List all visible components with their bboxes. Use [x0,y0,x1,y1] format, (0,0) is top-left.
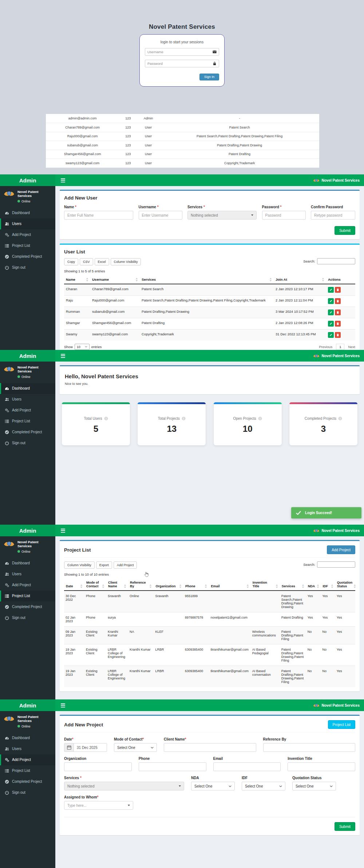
sidebar-item-completed-project[interactable]: Completed Project [0,251,55,262]
sidebar-item-dashboard[interactable]: Dashboard [0,558,55,569]
email-input[interactable] [213,762,281,771]
sidebar-item-add-project[interactable]: Add Project [0,754,55,765]
name-input[interactable] [64,211,133,220]
copy-button[interactable]: Copy [64,258,78,265]
col-header-services[interactable]: Services [280,579,306,591]
sidebar-item-project-list[interactable]: Project List [0,416,55,427]
project-row: 09 Jan 2023Existing ClientKranthi KumarN… [64,627,355,644]
password-input[interactable] [262,211,306,220]
client-name-input[interactable] [164,743,256,752]
delete-user-button[interactable] [335,309,341,315]
sidebar-item-sign-out[interactable]: Sign out [0,787,55,798]
sidebar-item-dashboard[interactable]: Dashboard [0,208,55,218]
col-header-services[interactable]: Services [140,275,274,284]
username-input[interactable] [147,50,210,54]
phone-input[interactable] [139,762,206,771]
submit-button[interactable]: Submit [335,226,355,235]
info-icon[interactable] [258,417,262,421]
sidebar-item-completed-project[interactable]: Completed Project [0,776,55,787]
sidebar-item-add-project[interactable]: Add Project [0,229,55,240]
sidebar-item-project-list[interactable]: Project List [0,240,55,251]
col-header-organization[interactable]: Organization [154,579,183,591]
edit-user-button[interactable] [328,332,334,338]
invention-title-input[interactable] [288,762,355,771]
col-header-phone[interactable]: Phone [183,579,209,591]
project-list-button[interactable]: Project List [328,720,355,729]
sidebar-item-add-project[interactable]: Add Project [0,580,55,591]
date-input[interactable] [74,743,107,751]
services-select[interactable]: Nothing selected [64,782,184,790]
col-header-nda[interactable]: NDA [306,579,321,591]
sidebar-item-users[interactable]: Users [0,743,55,754]
delete-user-button[interactable] [335,332,341,338]
sidebar-toggle-icon[interactable] [60,353,66,359]
sidebar-toggle-icon[interactable] [60,528,66,534]
delete-user-button[interactable] [335,287,341,293]
search-input[interactable] [317,561,355,568]
calendar-icon[interactable] [64,743,74,751]
col-header-reference-by[interactable]: Reference By [128,579,154,591]
sidebar-item-add-project[interactable]: Add Project [0,405,55,416]
add-project-toolbar-button[interactable]: Add Project [114,561,137,569]
info-icon[interactable] [338,417,342,421]
username-input[interactable] [139,211,182,220]
edit-user-button[interactable] [328,309,334,315]
sidebar-item-sign-out[interactable]: Sign out [0,262,55,273]
services-select[interactable]: Nothing selected [187,211,257,220]
edit-user-button[interactable] [328,321,334,327]
reference-by-input[interactable] [263,743,356,752]
col-header-date[interactable]: Date [64,579,84,591]
sidebar-item-sign-out[interactable]: Sign out [0,612,55,623]
csv-button[interactable]: CSV [80,258,93,265]
sidebar-item-completed-project[interactable]: Completed Project [0,601,55,612]
info-icon[interactable] [104,417,108,421]
mode-of-contact-select[interactable]: Select One [114,743,157,752]
submit-button[interactable]: Submit [335,822,355,831]
sidebar-item-completed-project[interactable]: Completed Project [0,427,55,438]
nda-select[interactable]: Select One [191,782,235,790]
col-header-client-name[interactable]: Client Name [106,579,128,591]
organization-input[interactable] [64,762,132,771]
sidebar-item-project-list[interactable]: Project List [0,591,55,601]
delete-user-button[interactable] [335,298,341,304]
col-header-invention-title[interactable]: Invention Title [251,579,280,591]
next-page-button[interactable]: Next [348,345,355,349]
col-header-name[interactable]: Name [64,275,90,284]
password-input[interactable] [147,62,210,66]
previous-page-button[interactable]: Previous [319,345,332,349]
confirm-password-input[interactable] [311,211,355,220]
cell-join-at: 31 Dec 2022 12:13:45 PM [274,330,326,341]
sidebar-item-users[interactable]: Users [0,218,55,229]
search-input[interactable] [317,258,355,264]
idf-select[interactable]: Select One [242,782,285,790]
edit-user-button[interactable] [328,287,334,293]
col-header-mode-of-contact[interactable]: Mode of Contact [84,579,106,591]
sidebar-item-project-list[interactable]: Project List [0,765,55,776]
add-project-button[interactable]: Add Project [327,545,355,554]
sidebar-item-sign-out[interactable]: Sign out [0,438,55,449]
quotation-status-select[interactable]: Select One [292,782,336,790]
sidebar-item-users[interactable]: Users [0,569,55,580]
assigned-to-whom-select[interactable]: Type here... [64,801,133,810]
col-header-email[interactable]: Email [209,579,250,591]
delete-user-button[interactable] [335,321,341,327]
info-icon[interactable] [182,417,186,421]
edit-user-button[interactable] [328,298,334,304]
export-button[interactable]: Export [96,561,112,569]
column-visibility-button[interactable]: Column Visibility [111,258,141,265]
sidebar-item-users[interactable]: Users [0,394,55,405]
sidebar-toggle-icon[interactable] [60,177,66,184]
col-header-join-at[interactable]: Join At [274,275,326,284]
sidebar-item-dashboard[interactable]: Dashboard [0,383,55,394]
column-visibility-button[interactable]: Column Visibility [64,561,95,569]
sidebar-toggle-icon[interactable] [60,702,66,709]
page-length-select[interactable]: 10 [75,344,90,350]
excel-button[interactable]: Excel [95,258,109,265]
sidebar-item-dashboard[interactable]: Dashboard [0,733,55,743]
col-header-quotation-status[interactable]: Quotation Status [335,579,355,591]
sidebar-menu: Dashboard Users Add Project Project List… [0,383,55,449]
col-header-idf[interactable]: IDF [321,579,335,591]
page-number-button[interactable]: 1 [336,344,344,350]
sign-in-button[interactable]: Sign In [199,74,219,80]
col-header-username[interactable]: Username [90,275,140,284]
